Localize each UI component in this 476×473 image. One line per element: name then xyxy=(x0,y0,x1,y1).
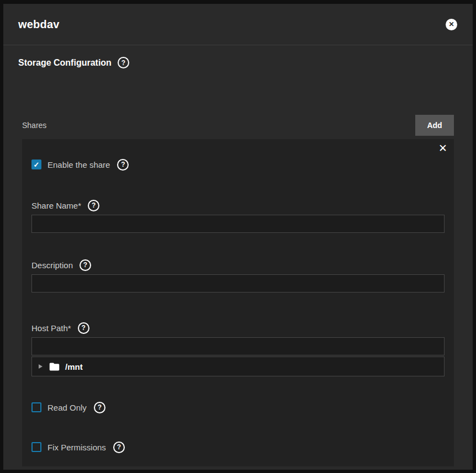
help-icon[interactable]: ? xyxy=(117,159,129,171)
share-name-label-row: Share Name* ? xyxy=(31,200,445,210)
dialog-close-icon[interactable]: ✕ xyxy=(446,19,457,30)
host-path-label: Host Path* xyxy=(31,323,71,333)
remove-share-icon[interactable]: ✕ xyxy=(438,143,447,153)
help-icon[interactable]: ? xyxy=(80,259,91,271)
app-config-dialog: webdav ✕ Storage Configuration ? Shares … xyxy=(3,4,473,470)
storage-configuration-section: Storage Configuration ? xyxy=(18,57,454,68)
tree-node-label: /mnt xyxy=(65,362,83,371)
checkmark-icon: ✓ xyxy=(34,161,40,168)
dialog-body: Storage Configuration ? Shares Add ✕ ✓ E… xyxy=(3,57,473,466)
help-icon[interactable]: ? xyxy=(88,200,99,211)
fix-permissions-row: ✓ Fix Permissions ? xyxy=(31,442,445,453)
help-icon[interactable]: ? xyxy=(118,57,129,68)
host-path-input[interactable] xyxy=(31,337,445,355)
description-input[interactable] xyxy=(31,274,445,293)
shares-label: Shares xyxy=(22,121,46,130)
dialog-title: webdav xyxy=(18,18,60,31)
fix-permissions-checkbox[interactable]: ✓ xyxy=(31,442,41,452)
share-card: ✕ ✓ Enable the share ? Share Name* ? Des… xyxy=(22,139,454,466)
shares-header-row: Shares Add xyxy=(22,115,454,136)
host-path-tree-node[interactable]: /mnt xyxy=(31,357,445,376)
host-path-label-row: Host Path* ? xyxy=(31,323,445,333)
dialog-header: webdav ✕ xyxy=(3,4,473,45)
read-only-checkbox[interactable]: ✓ xyxy=(31,402,41,412)
description-label: Description xyxy=(31,261,73,270)
help-icon[interactable]: ? xyxy=(113,442,125,453)
read-only-label: Read Only xyxy=(47,403,87,412)
read-only-row: ✓ Read Only ? xyxy=(31,402,445,413)
add-share-button[interactable]: Add xyxy=(415,115,454,136)
tree-expand-icon[interactable] xyxy=(39,364,43,369)
enable-share-row: ✓ Enable the share ? xyxy=(31,159,445,170)
enable-share-label: Enable the share xyxy=(47,160,110,169)
folder-icon xyxy=(49,361,60,373)
share-name-label: Share Name* xyxy=(31,201,81,210)
fix-permissions-label: Fix Permissions xyxy=(47,443,106,452)
help-icon[interactable]: ? xyxy=(78,322,89,334)
enable-share-checkbox[interactable]: ✓ xyxy=(31,160,41,169)
description-label-row: Description ? xyxy=(31,260,445,270)
help-icon[interactable]: ? xyxy=(94,402,105,413)
share-name-input[interactable] xyxy=(31,215,445,233)
close-x-glyph: ✕ xyxy=(448,21,454,28)
section-title: Storage Configuration xyxy=(18,58,112,68)
